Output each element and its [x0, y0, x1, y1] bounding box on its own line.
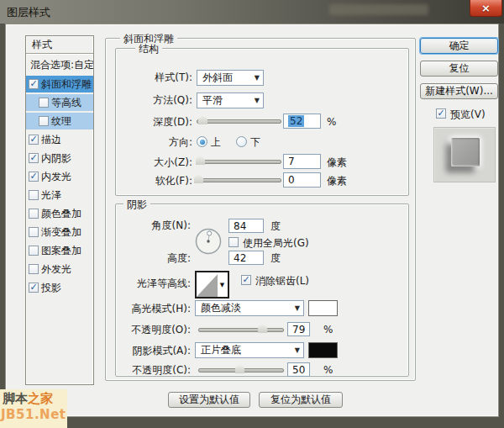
soften-slider-track[interactable] — [197, 178, 281, 182]
gloss-contour-label: 光泽等高线: — [115, 277, 191, 289]
close-icon: × — [481, 2, 491, 14]
texture-checkbox[interactable] — [39, 116, 49, 126]
check-icon: ✓ — [242, 274, 249, 285]
background-blur-artifact — [329, 4, 428, 15]
watermark: 脚本之家 JB51.Net — [0, 389, 67, 428]
sidebar-item-satin[interactable]: 光泽 — [26, 187, 93, 203]
bevel-emboss-checkbox[interactable]: ✓ — [29, 79, 39, 89]
size-label: 大小(Z): — [115, 156, 192, 168]
global-light-label: 使用全局光(G) — [243, 237, 309, 249]
size-input[interactable]: 7 — [283, 154, 321, 169]
highlight-color-swatch[interactable] — [308, 300, 338, 316]
chevron-down-icon: ▼ — [255, 74, 260, 82]
set-default-button[interactable]: 设置为默认值 — [168, 392, 250, 408]
structure-legend: 结构 — [135, 43, 162, 55]
shadow-mode-select[interactable]: 正片叠底 ▼ — [195, 342, 304, 358]
highlight-mode-select[interactable]: 颜色减淡 ▼ — [195, 300, 304, 316]
style-label: 样式(T): — [115, 71, 192, 83]
antialias-label: 消除锯齿(L) — [255, 275, 309, 287]
opacity-highlight-label: 不透明度(O): — [115, 324, 191, 336]
opacity-shadow-unit: % — [323, 364, 333, 376]
angle-dial[interactable] — [195, 228, 222, 255]
contour-checkbox[interactable] — [39, 98, 49, 108]
opacity-shadow-label: 不透明度(C): — [115, 364, 191, 376]
size-unit: 像素 — [327, 156, 347, 168]
shading-legend: 阴影 — [123, 198, 150, 210]
inner-shadow-checkbox[interactable]: ✓ — [29, 153, 39, 163]
sidebar-item-inner-glow[interactable]: ✓ 内发光 — [26, 168, 93, 185]
close-button[interactable]: × — [470, 0, 502, 17]
preview-checkbox[interactable]: ✓ — [436, 108, 446, 119]
depth-label: 深度(D): — [115, 116, 192, 128]
satin-checkbox[interactable] — [29, 190, 39, 200]
sidebar-item-gradient-overlay[interactable]: 渐变叠加 — [26, 224, 93, 240]
opacity-highlight-unit: % — [323, 324, 333, 336]
sidebar-item-inner-shadow[interactable]: ✓ 内阴影 — [26, 150, 93, 166]
direction-up-radio[interactable] — [197, 136, 207, 147]
ok-button[interactable]: 确定 — [420, 38, 498, 54]
sidebar-item-drop-shadow[interactable]: ✓ 投影 — [26, 279, 93, 296]
angle-label: 角度(N): — [115, 219, 191, 231]
antialias-checkbox[interactable]: ✓ — [241, 275, 251, 285]
depth-input[interactable]: 52 — [283, 114, 321, 129]
contour-thumbnail — [197, 272, 219, 297]
direction-down-radio[interactable] — [236, 136, 247, 147]
sidebar-item-stroke[interactable]: ✓ 描边 — [26, 131, 93, 148]
color-overlay-checkbox[interactable] — [29, 209, 39, 219]
outer-glow-checkbox[interactable] — [29, 264, 39, 274]
sidebar-item-bevel-emboss[interactable]: ✓ 斜面和浮雕 — [26, 76, 93, 92]
angle-input[interactable]: 84 — [228, 219, 264, 233]
drop-shadow-checkbox[interactable]: ✓ — [29, 283, 39, 293]
altitude-label: 高度: — [115, 252, 191, 264]
gloss-contour-picker[interactable]: ▼ — [195, 271, 229, 299]
sidebar-item-texture[interactable]: 纹理 — [26, 113, 93, 129]
size-slider-track[interactable] — [197, 160, 281, 164]
global-light-checkbox[interactable] — [228, 237, 239, 247]
inner-glow-checkbox[interactable]: ✓ — [29, 172, 39, 182]
opacity-shadow-input[interactable]: 50 — [287, 362, 310, 377]
stroke-checkbox[interactable]: ✓ — [29, 135, 39, 145]
styles-header: 样式 — [32, 39, 52, 50]
sidebar-item-blending-options[interactable]: 混合选项:自定 — [26, 56, 93, 73]
chevron-down-icon: ▼ — [295, 304, 300, 312]
chevron-down-icon: ▼ — [255, 97, 260, 104]
screen: 图层样式 × 样式 混合选项:自定 ✓ 斜面和浮雕 等高线 纹理 ✓ 描边 ✓ … — [0, 0, 504, 428]
soften-unit: 像素 — [327, 175, 347, 187]
dialog-title: 图层样式 — [7, 5, 50, 20]
preview-label: 预览(V) — [450, 108, 486, 120]
altitude-input[interactable]: 42 — [228, 251, 264, 265]
direction-label: 方向: — [115, 136, 192, 148]
reset-default-button[interactable]: 复位为默认值 — [259, 392, 343, 408]
gradient-overlay-checkbox[interactable] — [29, 227, 39, 237]
sidebar-item-color-overlay[interactable]: 颜色叠加 — [26, 205, 93, 222]
cancel-button[interactable]: 复位 — [420, 61, 498, 77]
watermark-line2: JB51.Net — [1, 407, 66, 422]
new-style-button[interactable]: 新建样式(W)... — [420, 83, 498, 99]
technique-select[interactable]: 平滑 ▼ — [197, 92, 264, 108]
shadow-color-swatch[interactable] — [308, 342, 338, 358]
chevron-down-icon: ▼ — [295, 346, 300, 354]
pattern-overlay-checkbox[interactable] — [29, 246, 39, 256]
sidebar-item-pattern-overlay[interactable]: 图案叠加 — [26, 242, 93, 259]
chevron-down-icon: ▼ — [218, 272, 227, 297]
opacity-highlight-input[interactable]: 79 — [287, 322, 310, 336]
sidebar-item-outer-glow[interactable]: 外发光 — [26, 261, 93, 277]
sidebar-item-contour[interactable]: 等高线 — [26, 94, 93, 111]
soften-label: 软化(F): — [115, 175, 192, 187]
angle-unit: 度 — [270, 220, 281, 232]
check-icon: ✓ — [437, 108, 444, 119]
dialog-titlebar: 图层样式 — [0, 0, 504, 24]
direction-down-label: 下 — [250, 136, 260, 148]
check-icon: ✓ — [29, 152, 37, 163]
highlight-mode-label: 高光模式(H): — [115, 303, 191, 314]
altitude-unit: 度 — [270, 252, 281, 264]
check-icon: ✓ — [29, 282, 37, 293]
style-select[interactable]: 外斜面 ▼ — [197, 70, 264, 86]
check-icon: ✓ — [29, 171, 37, 182]
technique-label: 方法(Q): — [115, 94, 192, 106]
soften-input[interactable]: 0 — [283, 172, 321, 188]
opacity-highlight-track[interactable] — [198, 328, 284, 332]
depth-slider-track[interactable] — [197, 119, 281, 124]
check-icon: ✓ — [29, 78, 37, 89]
direction-up-label: 上 — [211, 136, 221, 148]
